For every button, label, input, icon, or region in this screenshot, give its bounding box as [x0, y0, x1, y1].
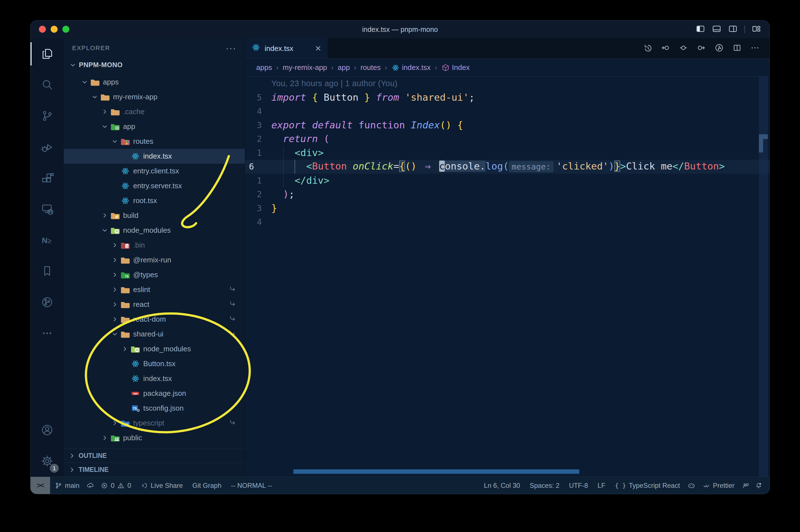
status-branch[interactable]: main: [50, 477, 84, 494]
zoom-button[interactable]: [62, 26, 69, 33]
split-editor-icon[interactable]: [732, 43, 742, 53]
notifications-icon[interactable]: [752, 477, 765, 494]
status-sync[interactable]: [84, 477, 96, 494]
tree-item--remix-run[interactable]: @remix-run: [64, 252, 245, 267]
tree-item-node-modules[interactable]: JSnode_modules: [64, 223, 245, 238]
horizontal-scrollbar[interactable]: [293, 469, 579, 474]
status-encoding[interactable]: UTF-8: [564, 477, 593, 494]
window-title: index.tsx — pnpm-mono: [362, 25, 438, 34]
section-outline[interactable]: OUTLINE: [64, 449, 245, 463]
code-line[interactable]: 6 <Button onClick={() ⇒ console.log(mess…: [245, 160, 769, 174]
code-line[interactable]: 4: [245, 215, 769, 229]
code-line[interactable]: 4: [245, 104, 769, 118]
tree-item-index-tsx[interactable]: index.tsx: [64, 371, 245, 386]
activity-source-control-icon[interactable]: [31, 100, 64, 131]
remote-indicator[interactable]: ><: [31, 477, 50, 494]
tree-item-app[interactable]: app: [64, 119, 245, 134]
toggle-primary-sidebar-icon[interactable]: [696, 24, 705, 35]
tree-item-package-json[interactable]: npmpackage.json: [64, 386, 245, 401]
section-timeline[interactable]: TIMELINE: [64, 463, 245, 477]
inlay-hint: message:: [509, 161, 554, 172]
activity-additional-views-icon[interactable]: [31, 318, 64, 349]
code-line[interactable]: 2 );: [245, 187, 769, 202]
current-change-icon[interactable]: [679, 43, 688, 53]
tree-item-shared-ui[interactable]: shared-ui: [64, 327, 245, 342]
toggle-panel-icon[interactable]: [712, 24, 721, 35]
tree-item-react-dom[interactable]: react-dom: [64, 312, 245, 327]
tree-item-tsconfig-json[interactable]: TStsconfig.json: [64, 401, 245, 416]
feedback-icon[interactable]: [739, 477, 752, 494]
code-line[interactable]: 3export default function Index() {: [245, 118, 769, 132]
toggle-secondary-sidebar-icon[interactable]: [728, 24, 738, 35]
vertical-scrollbar[interactable]: [759, 77, 768, 477]
minimize-button[interactable]: [51, 26, 58, 33]
close-icon[interactable]: ✕: [315, 44, 321, 53]
activity-nx-console-icon[interactable]: N≥: [31, 225, 64, 255]
status-eol[interactable]: LF: [593, 477, 610, 494]
react-icon: [251, 43, 261, 54]
status-language-mode[interactable]: { }TypeScript React: [610, 477, 685, 494]
copilot-icon[interactable]: [685, 477, 698, 494]
breadcrumb-Index[interactable]: Index: [441, 63, 470, 72]
activity-accounts-icon[interactable]: [31, 415, 64, 445]
git-actions-icon[interactable]: [715, 43, 724, 53]
activity-bookmarks-icon[interactable]: [31, 255, 64, 287]
tree-item-index-tsx[interactable]: index.tsx: [64, 149, 245, 164]
tree-item-typescript[interactable]: TStypescript: [64, 416, 245, 431]
tree-item-apps[interactable]: apps: [64, 75, 245, 90]
tree-item-my-remix-app[interactable]: my-remix-app: [64, 90, 245, 104]
explorer-more-icon[interactable]: ···: [226, 43, 236, 53]
breadcrumb-my-remix-app[interactable]: my-remix-app: [283, 63, 327, 72]
tree-item-entry-client-tsx[interactable]: entry.client.tsx: [64, 164, 245, 178]
code-line[interactable]: 1 <div>: [245, 146, 769, 160]
activity-git-graph-icon[interactable]: [31, 287, 64, 318]
tree-item-public[interactable]: public: [64, 431, 245, 445]
tree-item-entry-server-tsx[interactable]: entry.server.tsx: [64, 178, 245, 193]
chevron-right-icon: [110, 256, 120, 264]
status-prettier[interactable]: Prettier: [698, 477, 739, 494]
breadcrumb-app[interactable]: app: [338, 63, 350, 72]
activity-run-and-debug-icon[interactable]: [31, 131, 64, 163]
tab-index-tsx[interactable]: index.tsx ✕: [245, 38, 327, 58]
activity-explorer-icon[interactable]: [31, 38, 64, 69]
tree-item--types[interactable]: TS@types: [64, 267, 245, 282]
tree-item-Button-tsx[interactable]: Button.tsx: [64, 356, 245, 371]
customize-layout-icon[interactable]: [751, 24, 761, 35]
code-line[interactable]: 3}: [245, 202, 769, 215]
tree-item-eslint[interactable]: eslint: [64, 282, 245, 297]
tree-item-build[interactable]: build: [64, 208, 245, 223]
status-cursor-position[interactable]: Ln 6, Col 30: [479, 477, 525, 494]
folder-icon: [120, 285, 131, 294]
tree-item-node-modules[interactable]: JSnode_modules: [64, 342, 245, 356]
status-live-share[interactable]: Live Share: [136, 477, 188, 494]
close-button[interactable]: [39, 26, 46, 33]
go-forward-icon[interactable]: [697, 43, 706, 53]
status-problems[interactable]: 00: [96, 477, 136, 494]
activity-extensions-icon[interactable]: [31, 163, 64, 193]
title-bar[interactable]: index.tsx — pnpm-mono: [31, 20, 769, 38]
status-indentation[interactable]: Spaces: 2: [525, 477, 564, 494]
more-actions-icon[interactable]: [750, 43, 759, 53]
activity-settings-icon[interactable]: 1: [31, 445, 64, 477]
tree-item-react[interactable]: react: [64, 297, 245, 312]
go-back-icon[interactable]: [661, 43, 670, 53]
activity-search-icon[interactable]: [31, 69, 64, 100]
chevron-right-icon: [100, 212, 110, 219]
breadcrumb-index-tsx[interactable]: index.tsx: [391, 63, 431, 72]
tree-item-root-tsx[interactable]: root.tsx: [64, 193, 245, 208]
status-git-graph[interactable]: Git Graph: [188, 477, 226, 494]
breadcrumb-apps[interactable]: apps: [256, 63, 272, 72]
code-line[interactable]: 1 </div>: [245, 174, 769, 188]
code-line[interactable]: 2 return (: [245, 132, 769, 146]
code-editor[interactable]: You, 23 hours ago | 1 author (You)5impor…: [245, 77, 769, 477]
activity-remote-explorer-icon[interactable]: [31, 193, 64, 225]
workspace-root[interactable]: PNPM-MONO: [64, 58, 245, 72]
chevron-right-icon: [120, 345, 130, 353]
tree-item--bin[interactable]: 0110.bin: [64, 238, 245, 252]
timeline-icon[interactable]: [643, 43, 652, 53]
breadcrumb-routes[interactable]: routes: [361, 63, 381, 72]
code-line[interactable]: 5import { Button } from 'shared-ui';: [245, 91, 769, 104]
tree-item-routes[interactable]: routes: [64, 134, 245, 149]
tree-item-label: entry.server.tsx: [133, 182, 182, 190]
tree-item--cache[interactable]: .cache: [64, 104, 245, 119]
